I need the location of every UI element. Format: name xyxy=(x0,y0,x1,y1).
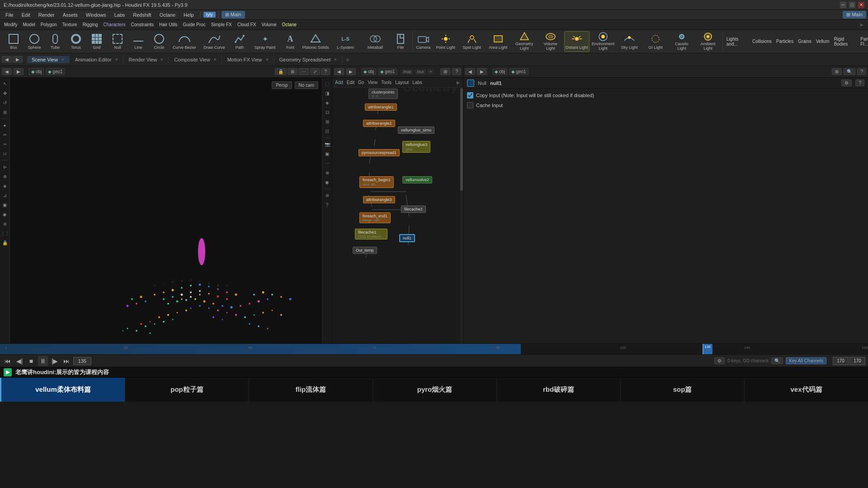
course-pop[interactable]: pop粒子篇 xyxy=(125,378,249,402)
model-rigging[interactable]: Rigging xyxy=(80,22,100,28)
ng-tab-out[interactable]: /out xyxy=(415,69,426,75)
tab-close-composite[interactable]: ✕ xyxy=(213,57,217,62)
node-out-temp[interactable]: Out_temp xyxy=(353,247,377,254)
tool-camera[interactable]: Camera xyxy=(415,31,432,52)
desktop-main[interactable]: ⊞ Main xyxy=(222,11,245,19)
menu-labs[interactable]: Labs xyxy=(110,11,128,19)
extra-rigid-bodies[interactable]: Rigid Bodies xyxy=(832,36,858,47)
tab-add-button[interactable]: + xyxy=(343,55,352,64)
vpr-grid-toggle[interactable]: ⋯ xyxy=(323,159,331,167)
model-polygon[interactable]: Polygon xyxy=(38,22,59,28)
props-gear[interactable]: ⚙ xyxy=(841,80,852,86)
vpr-scene[interactable]: ⊛ xyxy=(323,191,331,199)
btn-step-back[interactable]: ◀| xyxy=(14,356,24,366)
props-nav-back[interactable]: ◀ xyxy=(465,68,475,75)
node-foreach-end[interactable]: foreach_end1 Merge : 160 xyxy=(359,212,391,223)
menu-edit[interactable]: Edit xyxy=(18,11,34,19)
tool-box[interactable]: Box xyxy=(4,31,24,52)
tool-area-light[interactable]: Area Light xyxy=(486,31,511,52)
props-help2[interactable]: ? xyxy=(855,80,864,86)
model-simple-fx[interactable]: Simple FX xyxy=(209,22,234,28)
node-clusterpoints[interactable]: clusterpoints xyxy=(368,89,398,99)
tool-sphere[interactable]: Sphere xyxy=(24,31,44,52)
model-characters[interactable]: Characters xyxy=(101,22,128,28)
viewport-cam-badge[interactable]: No cam xyxy=(295,81,318,89)
ng-view[interactable]: View xyxy=(368,80,377,85)
ng-nav-back[interactable]: ◀ xyxy=(334,68,344,75)
keys-all[interactable]: Key All Channels xyxy=(786,357,826,364)
model-model[interactable]: Model xyxy=(20,22,37,28)
tab-close-animation[interactable]: ✕ xyxy=(115,57,118,62)
ng-add[interactable]: Add xyxy=(335,80,343,85)
menu-file[interactable]: File xyxy=(2,11,17,19)
tool-torus[interactable]: Torus xyxy=(66,31,86,52)
vpr-cam[interactable]: 📷 xyxy=(323,140,331,148)
viewport-3d[interactable]: ↖ ✥ ↺ ⊞ ● ✏ ✂ 12 ⊳ ⊕ ◈ ⊿ ▣ ◉ ⊛ ⋮⋮ 🔒 xyxy=(0,78,332,343)
course-vellum[interactable]: vellum柔体布料篇 xyxy=(0,378,125,402)
viewport-nav-back[interactable]: ◀ xyxy=(2,68,12,75)
ng-tab-mat[interactable]: /mat xyxy=(401,69,414,75)
node-null1[interactable]: null1 xyxy=(399,234,415,242)
tool-curve-bezier[interactable]: Curve Bezier xyxy=(170,31,199,52)
extra-vellum[interactable]: Vellum xyxy=(814,38,831,44)
node-foreach-begin[interactable]: foreach_begin1 Hint: 90 xyxy=(359,176,394,188)
model-volume[interactable]: Volume xyxy=(259,22,278,28)
tab-close-render[interactable]: ✕ xyxy=(160,57,164,62)
tab-close-scene[interactable]: ✕ xyxy=(61,57,65,62)
minimize-button[interactable]: ─ xyxy=(840,2,846,8)
keys-zoom[interactable]: 🔍 xyxy=(771,357,783,364)
extra-grains[interactable]: Grains xyxy=(796,38,813,44)
menu-help[interactable]: Help xyxy=(180,11,198,19)
nav-fwd[interactable]: ▶ xyxy=(13,56,23,63)
tool-circle[interactable]: Circle xyxy=(149,31,169,52)
tool-path[interactable]: Path xyxy=(230,31,250,52)
tool-platonic[interactable]: Platonic Solids xyxy=(301,31,330,52)
vp-scale-icon[interactable]: ⊞ xyxy=(1,108,9,116)
viewport-more[interactable]: ⋯ xyxy=(298,68,309,75)
ng-scrollbar-v[interactable] xyxy=(460,88,463,343)
vpr-help[interactable]: ? xyxy=(323,201,331,209)
vp-photo-icon[interactable]: ▣ xyxy=(1,201,9,209)
props-options-1[interactable]: ⊞ xyxy=(832,68,842,75)
course-rbd[interactable]: rbd破碎篇 xyxy=(497,378,621,402)
model-texture[interactable]: Texture xyxy=(60,22,80,28)
vpr-vis1[interactable]: ⬚ xyxy=(323,80,331,88)
range-end-input[interactable] xyxy=(849,357,865,365)
tool-null[interactable]: Null xyxy=(108,31,127,52)
menu-octane[interactable]: Octane xyxy=(156,11,179,19)
tool-sky-light[interactable]: Sky Light xyxy=(617,31,642,52)
viewport-persp-badge[interactable]: Persp xyxy=(272,81,292,89)
extra-collisions[interactable]: Collisions xyxy=(750,38,774,44)
node-attribwrangle2[interactable]: attribwrangle2 xyxy=(363,120,395,127)
tab-animation-editor[interactable]: Animation Editor ✕ xyxy=(71,56,123,63)
vp-cut-icon[interactable]: ✂ xyxy=(1,140,9,148)
node-filecache1[interactable]: filecache1 23.01.12-vellum-... xyxy=(355,229,387,239)
menu-windows[interactable]: Windows xyxy=(82,11,110,19)
tab-composite-view[interactable]: Composite View ✕ xyxy=(170,56,222,63)
tool-grid[interactable]: Grid xyxy=(87,31,107,52)
menu-render[interactable]: Render xyxy=(35,11,58,19)
vp-rotate-icon[interactable]: ↺ xyxy=(1,99,9,107)
vpr-vis2[interactable]: ◨ xyxy=(323,89,331,97)
vpr-render[interactable]: ▣ xyxy=(323,150,331,158)
menu-redshift[interactable]: Redshift xyxy=(129,11,155,19)
extra-particle-fl[interactable]: Particle Fl... xyxy=(859,36,868,47)
ng-nav-fwd[interactable]: ▶ xyxy=(346,68,356,75)
tool-draw-curve[interactable]: Draw Curve xyxy=(200,31,229,52)
course-flip[interactable]: flip流体篇 xyxy=(249,378,373,402)
node-attribwrangle1[interactable]: attribwrangle1 xyxy=(365,103,397,111)
tab-geometry-spreadsheet[interactable]: Geometry Spreadsheet ✕ xyxy=(275,56,343,63)
ng-tab-add[interactable]: + xyxy=(427,69,434,75)
course-vex[interactable]: vex代码篇 xyxy=(745,378,868,402)
tool-gi-light[interactable]: GI Light xyxy=(643,31,668,52)
btn-pause[interactable]: ⏸ xyxy=(38,356,48,366)
tool-font[interactable]: A Font xyxy=(280,31,300,52)
ng-layout[interactable]: Layout xyxy=(395,80,409,85)
node-pyrosource[interactable]: pyrosourcespread1 xyxy=(359,149,400,156)
vp-pin-icon[interactable]: ◉ xyxy=(1,210,9,218)
close-button[interactable]: ✕ xyxy=(858,2,864,8)
node-vellumglue3[interactable]: vellumglue3 glue xyxy=(402,141,430,153)
tool-point-light[interactable]: Point Light xyxy=(433,31,458,52)
vpr-overlay[interactable]: ◉ xyxy=(323,178,331,186)
tool-caustic-light[interactable]: Caustic Light xyxy=(669,31,694,52)
